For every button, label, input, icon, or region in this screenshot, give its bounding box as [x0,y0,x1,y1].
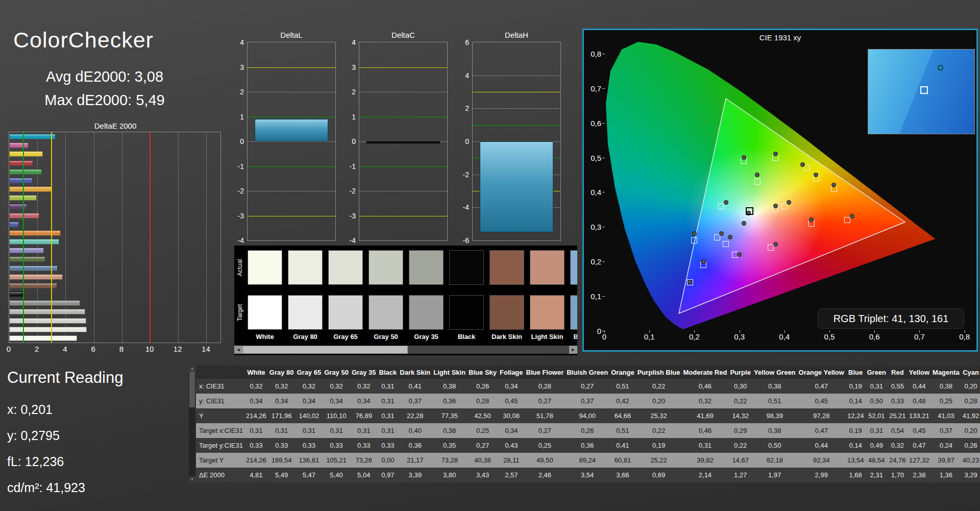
column-header-purplish-blue: Purplish Blue [636,366,682,379]
cell: 12,24 [846,408,866,423]
tick-mark [602,54,605,54]
scroll-left-icon[interactable]: ◄ [234,346,242,354]
table-row--e-2000: ΔE 20004,815,495,475,405,040,973,393,803… [196,468,980,482]
cell: 22,28 [398,408,432,423]
cell: 0,51 [752,394,797,408]
cell: 2,38 [908,468,931,482]
cell: 0,28 [467,394,498,408]
cell: 214,26 [244,408,268,423]
cell: 0,38 [432,423,467,438]
cie-measured-yellow [800,162,805,167]
scrollbar-thumb[interactable] [189,372,195,407]
patch-label: Blue Sky [567,333,577,340]
cell: 0,22 [728,438,752,453]
scrollbar-thumb[interactable] [242,346,408,354]
cell: 48,54 [865,453,888,468]
axis-tick-label: 0,3 [585,223,601,231]
cell: 0,27 [525,423,566,438]
cell: 0,29 [728,423,752,438]
swatch-target-gray-80[interactable] [288,295,323,330]
cell: 41,92 [961,408,980,423]
swatch-actual-light-skin[interactable] [530,250,565,285]
cell: 3,80 [432,468,467,482]
cell: 52,01 [865,408,888,423]
axis-tick-label: -6 [456,236,469,245]
swatch-scrollbar[interactable]: ◄ ► [234,346,577,354]
cell: 3,29 [961,468,980,482]
zoom-inset [868,49,975,134]
cell: 3,39 [398,468,432,482]
deltae2000-plot [9,132,221,343]
swatch-target-gray-50[interactable] [369,295,403,330]
axis-tick-label: -1 [231,162,244,171]
swatch-actual-gray-65[interactable] [328,250,363,285]
axis-tick-label: 0,4 [779,332,790,341]
swatch-target-blue-sky[interactable] [570,295,577,330]
table-row-target-y-cie31: Target y:CIE310,330,330,330,330,330,330,… [196,438,980,453]
cell: 41,03 [931,408,961,423]
cell: 0,34 [498,379,525,394]
swatch-target-gray-35[interactable] [409,295,444,330]
scroll-up-icon[interactable]: ▲ [189,366,195,372]
swatch-actual-gray-80[interactable] [288,250,323,285]
deltae-bar-gray-80 [9,327,87,332]
patch-label: Dark Skin [486,333,527,340]
cell: 0,34 [295,394,323,408]
cell: 89,24 [565,453,609,468]
axis-tick-label: 6 [456,38,469,46]
cell: 0,50 [752,438,797,453]
swatch-target-gray-65[interactable] [328,295,363,330]
cell: 0,19 [636,438,682,453]
gridline [206,132,207,343]
chart-title: DeltaH [472,31,561,39]
cell: 0,51 [609,379,636,394]
cell: 1,27 [728,468,752,482]
axis-tick-label: 4 [231,38,244,46]
deltac-plot [359,42,448,241]
swatch-actual-gray-50[interactable] [369,250,403,285]
cie-target-yellow [804,165,810,171]
axis-tick-label: 0 [602,332,606,341]
cie-measured-light-skin [773,204,778,208]
cell: 14,67 [728,453,752,468]
cell: 110,10 [323,408,350,423]
swatch-actual-black[interactable] [449,250,484,285]
swatch-target-white[interactable] [248,295,282,330]
swatch-actual-blue-sky[interactable] [570,250,577,285]
gridline [248,92,335,92]
avg-de2000-readout: Avg dE2000: 3,08 [20,68,189,85]
swatch-target-dark-skin[interactable] [489,295,524,330]
column-header-gray-65: Gray 65 [295,366,323,379]
cell: 0,22 [636,379,682,394]
scroll-right-icon[interactable]: ► [569,346,577,354]
cell: 0,37 [565,394,609,408]
swatch-target-light-skin[interactable] [530,295,565,330]
deltae-bar-blue-sky [9,265,58,271]
reading-cdm2: cd/m²: 41,923 [7,480,123,495]
gridline [248,141,335,142]
cie-1931-panel: CIE 1931 xy RGB Triplet: 41, 130, 161 0,… [582,29,978,352]
reference-line [248,216,335,216]
gridline [473,108,560,109]
swatch-target-black[interactable] [449,295,484,330]
cell: 0,46 [681,379,728,394]
scroll-down-icon[interactable]: ▼ [189,476,195,482]
cell: 0,22 [728,394,752,408]
cell: 0,20 [961,423,980,438]
cell: 0,25 [467,423,498,438]
tick-mark [602,227,605,227]
cell: 0,48 [908,394,931,408]
cell: 0,38 [931,379,961,394]
cell: 136,61 [295,453,323,468]
cie-measured-green [742,155,746,160]
swatch-actual-dark-skin[interactable] [489,250,524,285]
column-header-blue-flower: Blue Flower [525,366,566,379]
table-vertical-scrollbar[interactable]: ▲ ▼ [189,366,195,482]
swatch-actual-gray-35[interactable] [409,250,444,285]
table-row-y: Y214,26171,96140,02110,1076,890,3122,287… [196,408,980,423]
axis-tick-label: 0 [7,345,11,353]
deltae-bar-purplish-blue [9,222,19,227]
cell: 0,37 [398,394,432,408]
swatch-actual-white[interactable] [248,250,282,285]
cell: 140,02 [295,408,323,423]
